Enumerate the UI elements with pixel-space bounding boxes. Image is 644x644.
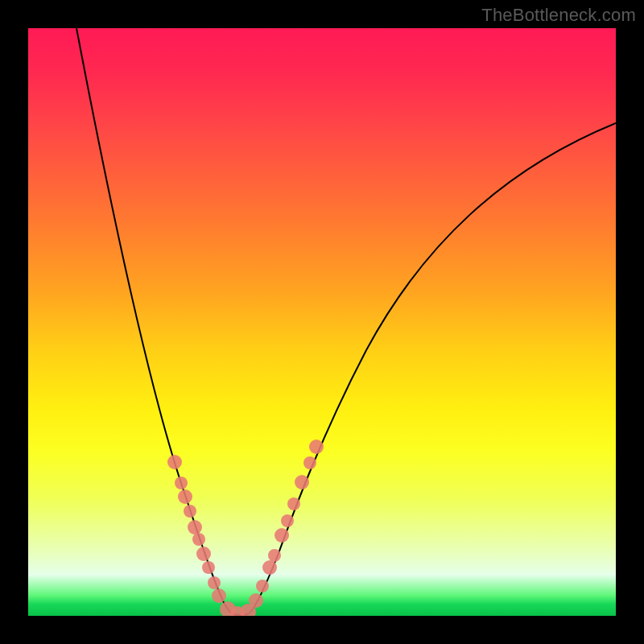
data-dot (262, 560, 277, 575)
data-dot (303, 456, 316, 469)
data-dot (192, 533, 205, 546)
left-curve (76, 28, 233, 614)
data-dot (256, 580, 269, 592)
data-dot (184, 505, 196, 518)
data-dot (188, 520, 202, 535)
data-dot (175, 477, 188, 489)
data-dot (196, 547, 211, 561)
data-dot (287, 497, 300, 510)
data-dot (178, 489, 192, 504)
data-dot (275, 528, 289, 543)
dots-group (167, 440, 324, 616)
data-dot (249, 593, 263, 608)
data-dot (309, 440, 324, 454)
data-dot (281, 514, 294, 527)
watermark-text: TheBottleneck.com (481, 5, 636, 26)
data-dot (202, 561, 215, 574)
data-dot (167, 455, 182, 469)
data-dot (295, 475, 309, 489)
chart-svg (28, 28, 616, 616)
data-dot (268, 549, 281, 562)
data-dot (208, 576, 221, 589)
plot-area (28, 28, 616, 616)
right-curve (248, 123, 616, 614)
chart-container: TheBottleneck.com (0, 0, 644, 644)
data-dot (212, 588, 226, 603)
